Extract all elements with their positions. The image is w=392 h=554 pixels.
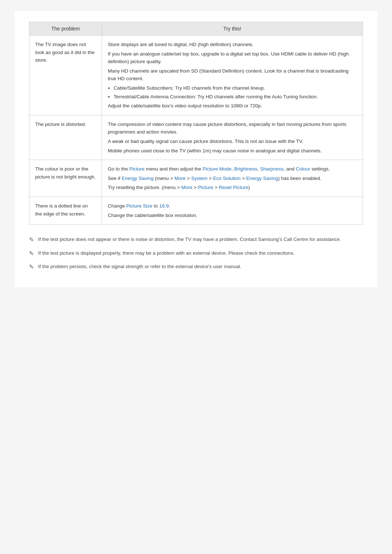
table-row: The picture is distorted. The compressio… bbox=[29, 115, 363, 160]
link-picture-size: Picture Size bbox=[126, 203, 152, 209]
solution-para: The compression of video content may cau… bbox=[108, 120, 357, 136]
troubleshoot-table: The problem Try this! The TV image does … bbox=[29, 22, 363, 225]
link-energy-saving-2: Energy Saving bbox=[246, 176, 278, 181]
solution-para: Adjust the cable/satellite box's video o… bbox=[108, 102, 357, 110]
list-item: Cable/Satellite Subscribers: Try HD chan… bbox=[114, 84, 357, 92]
link-colour: Colour bbox=[296, 166, 310, 172]
link-picture: Picture bbox=[129, 166, 144, 172]
col-header-problem: The problem bbox=[29, 22, 102, 36]
link-brightness: Brightness bbox=[234, 166, 257, 172]
pencil-icon: ✎ bbox=[29, 236, 34, 243]
link-more-1: More bbox=[175, 176, 186, 181]
link-reset-picture: Reset Picture bbox=[219, 185, 248, 190]
note-item: ✎ If the problem persists, check the sig… bbox=[29, 263, 363, 271]
link-picture-2: Picture bbox=[198, 185, 213, 190]
list-item: Terrestrial/Cable Antenna Connection: Tr… bbox=[114, 93, 357, 101]
link-eco-solution: Eco Solution bbox=[213, 176, 241, 181]
problem-cell: The colour is poor or the picture is not… bbox=[29, 160, 102, 197]
solution-para: A weak or bad quality signal can cause p… bbox=[108, 138, 357, 145]
problem-cell: The TV image does not look as good as it… bbox=[29, 36, 102, 115]
note-item: ✎ If the test picture does not appear or… bbox=[29, 235, 363, 243]
link-system: System bbox=[191, 176, 208, 181]
bullet-list: Cable/Satellite Subscribers: Try HD chan… bbox=[114, 84, 357, 100]
solution-para: Store displays are all tuned to digital,… bbox=[108, 41, 357, 49]
solution-para: Try resetting the picture. (menu > More … bbox=[108, 184, 357, 192]
problem-cell: There is a dotted line on the edge of th… bbox=[29, 197, 102, 224]
page-container: The problem Try this! The TV image does … bbox=[15, 11, 377, 287]
link-16-9: 16:9 bbox=[159, 203, 169, 209]
notes-section: ✎ If the test picture does not appear or… bbox=[29, 235, 363, 271]
link-more-2: More bbox=[181, 185, 192, 190]
solution-para: Go to the Picture menu and then adjust t… bbox=[108, 165, 357, 173]
link-sharpness: Sharpness bbox=[260, 166, 284, 172]
table-row: The TV image does not look as good as it… bbox=[29, 36, 363, 115]
table-row: The colour is poor or the picture is not… bbox=[29, 160, 363, 197]
link-picture-mode: Picture Mode bbox=[203, 166, 232, 172]
solution-para: Change the cable/satellite box resolutio… bbox=[108, 212, 357, 219]
note-text: If the test picture is displayed properl… bbox=[38, 249, 295, 257]
solution-para: Many HD channels are upscaled from SD (S… bbox=[108, 67, 357, 83]
solution-para: Change Picture Size to 16:9. bbox=[108, 202, 357, 210]
table-row: There is a dotted line on the edge of th… bbox=[29, 197, 363, 224]
note-text: If the test picture does not appear or t… bbox=[38, 235, 341, 243]
col-header-solution: Try this! bbox=[102, 22, 363, 36]
problem-cell: The picture is distorted. bbox=[29, 115, 102, 160]
note-item: ✎ If the test picture is displayed prope… bbox=[29, 249, 363, 257]
solution-para: If you have an analogue cable/set top bo… bbox=[108, 50, 357, 66]
solution-para: See if Energy Saving (menu > More > Syst… bbox=[108, 175, 357, 182]
solution-cell: Change Picture Size to 16:9. Change the … bbox=[102, 197, 363, 224]
solution-cell: Store displays are all tuned to digital,… bbox=[102, 36, 363, 115]
solution-cell: The compression of video content may cau… bbox=[102, 115, 363, 160]
pencil-icon: ✎ bbox=[29, 250, 34, 257]
link-energy-saving: Energy Saving bbox=[122, 176, 154, 181]
pencil-icon: ✎ bbox=[29, 263, 34, 270]
solution-para: Mobile phones used close to the TV (with… bbox=[108, 147, 357, 155]
note-text: If the problem persists, check the signa… bbox=[38, 263, 241, 271]
solution-cell: Go to the Picture menu and then adjust t… bbox=[102, 160, 363, 197]
